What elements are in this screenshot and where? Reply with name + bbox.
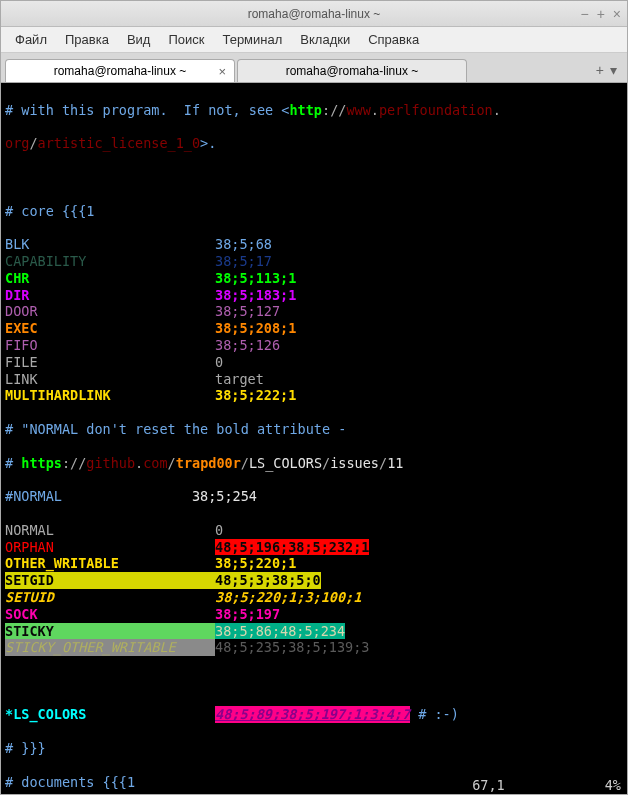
text: . (371, 102, 379, 119)
config-row: STICKY38;5;86;48;5;234 (5, 623, 623, 640)
text: :// (322, 102, 346, 119)
blank (5, 169, 13, 186)
config-row: ORPHAN48;5;196;38;5;232;1 (5, 539, 623, 556)
config-row: LINKtarget (5, 371, 623, 388)
config-value: 38;5;127 (215, 303, 280, 320)
config-value: 38;5;126 (215, 337, 280, 354)
text: # (5, 455, 21, 472)
config-row: EXEC38;5;208;1 (5, 320, 623, 337)
text: # with this program. If not, see < (5, 102, 289, 119)
config-value: 38;5;197 (215, 606, 280, 623)
text: / (241, 455, 249, 472)
config-value: 38;5;86;48;5;234 (215, 623, 345, 640)
text: / (379, 455, 387, 472)
terminal[interactable]: # with this program. If not, see <http:/… (1, 83, 627, 794)
text: http (289, 102, 322, 119)
config-row: SOCK38;5;197 (5, 606, 623, 623)
text: www (346, 102, 370, 119)
close-icon[interactable]: × (613, 6, 621, 22)
menu-edit[interactable]: Правка (57, 30, 117, 49)
config-key: SOCK (5, 606, 215, 623)
config-key: STICKY_OTHER_WRITABLE (5, 639, 215, 656)
tab-label: romaha@romaha-linux ~ (54, 64, 187, 78)
config-value: 38;5;222;1 (215, 387, 296, 404)
menu-view[interactable]: Вид (119, 30, 159, 49)
config-row: DOOR38;5;127 (5, 303, 623, 320)
config-row: DIR38;5;183;1 (5, 287, 623, 304)
key: *LS_COLORS (5, 706, 215, 723)
text: trapd00r (176, 455, 241, 472)
config-row: FILE0 (5, 354, 623, 371)
scroll-percent: 4% (605, 777, 621, 794)
status-line: 67,1 4% (1, 777, 627, 794)
config-value: 38;5;208;1 (215, 320, 296, 337)
text: LS_COLORS (249, 455, 322, 472)
config-row: NORMAL0 (5, 522, 623, 539)
config-value: 48;5;196;38;5;232;1 (215, 539, 369, 556)
comment: # core {{{1 (5, 203, 94, 220)
tab-label: romaha@romaha-linux ~ (286, 64, 419, 78)
config-key: CHR (5, 270, 215, 287)
config-value: 38;5;17 (215, 253, 272, 270)
text: perlfoundation (379, 102, 493, 119)
maximize-icon[interactable]: + (597, 6, 605, 22)
menu-help[interactable]: Справка (360, 30, 427, 49)
comment: # "NORMAL don't reset the bold attribute… (5, 421, 346, 438)
cursor-position: 67,1 (472, 777, 505, 794)
tab-menu-icon[interactable]: ▾ (610, 62, 617, 78)
text: 38;5;254 (192, 488, 257, 505)
text: #NORMAL (5, 488, 192, 505)
config-row: FIFO38;5;126 (5, 337, 623, 354)
menu-file[interactable]: Файл (7, 30, 55, 49)
minimize-icon[interactable]: − (580, 6, 588, 22)
config-key: CAPABILITY (5, 253, 215, 270)
text: org (5, 135, 29, 152)
config-row: SETGID48;5;3;38;5;0 (5, 572, 623, 589)
config-value: target (215, 371, 264, 388)
config-row: MULTIHARDLINK38;5;222;1 (5, 387, 623, 404)
config-key: OTHER_WRITABLE (5, 555, 215, 572)
config-key: SETUID (5, 589, 215, 606)
config-value: 38;5;68 (215, 236, 272, 253)
config-row: CAPABILITY38;5;17 (5, 253, 623, 270)
titlebar: romaha@romaha-linux ~ − + × (1, 1, 627, 27)
menubar: Файл Правка Вид Поиск Терминал Вкладки С… (1, 27, 627, 53)
config-key: FIFO (5, 337, 215, 354)
config-value: 38;5;220;1;3;100;1 (215, 589, 361, 606)
config-row: BLK38;5;68 (5, 236, 623, 253)
menu-search[interactable]: Поиск (160, 30, 212, 49)
text: artistic_license_1_0 (38, 135, 201, 152)
menu-terminal[interactable]: Терминал (214, 30, 290, 49)
config-key: FILE (5, 354, 215, 371)
text: / (168, 455, 176, 472)
tab-2[interactable]: romaha@romaha-linux ~ (237, 59, 467, 82)
config-row: OTHER_WRITABLE38;5;220;1 (5, 555, 623, 572)
text: . (135, 455, 143, 472)
config-key: BLK (5, 236, 215, 253)
new-tab-icon[interactable]: + (596, 62, 604, 78)
text: >. (200, 135, 216, 152)
tabbar: romaha@romaha-linux ~ × romaha@romaha-li… (1, 53, 627, 83)
config-key: DIR (5, 287, 215, 304)
config-row: SETUID38;5;220;1;3;100;1 (5, 589, 623, 606)
config-key: EXEC (5, 320, 215, 337)
val: 48;5;89;38;5;197;1;3;4;7 (215, 706, 410, 723)
tab-1[interactable]: romaha@romaha-linux ~ × (5, 59, 235, 82)
text: https (21, 455, 62, 472)
blank (5, 673, 13, 690)
text: / (29, 135, 37, 152)
config-value: 48;5;3;38;5;0 (215, 572, 321, 589)
menu-tabs[interactable]: Вкладки (292, 30, 358, 49)
text: / (322, 455, 330, 472)
text: :// (62, 455, 86, 472)
config-key: DOOR (5, 303, 215, 320)
tab-close-icon[interactable]: × (218, 64, 226, 79)
config-key: NORMAL (5, 522, 215, 539)
text: github (86, 455, 135, 472)
config-key: LINK (5, 371, 215, 388)
config-value: 38;5;113;1 (215, 270, 296, 287)
config-key: ORPHAN (5, 539, 215, 556)
config-value: 38;5;220;1 (215, 555, 296, 572)
window-title: romaha@romaha-linux ~ (248, 7, 381, 21)
config-key: MULTIHARDLINK (5, 387, 215, 404)
